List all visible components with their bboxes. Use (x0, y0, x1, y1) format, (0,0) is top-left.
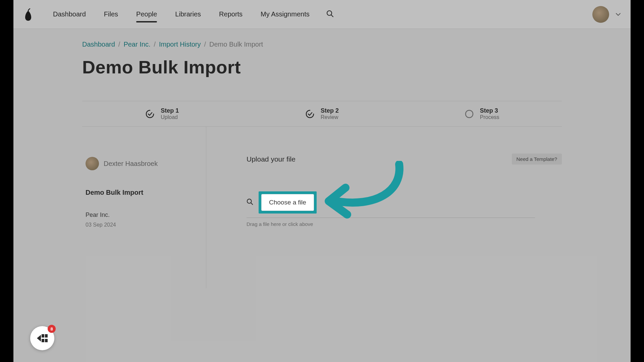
svg-rect-7 (42, 339, 44, 342)
app-viewport: Dashboard Files People Libraries Reports… (13, 0, 631, 362)
header-right (592, 6, 621, 23)
import-company: Pear Inc. (86, 212, 203, 219)
page-content: Dashboard / Pear Inc. / Import History /… (13, 29, 631, 288)
step-2-title: Step 2 (321, 107, 339, 114)
breadcrumb-dashboard[interactable]: Dashboard (82, 41, 115, 48)
step-1-title: Step 1 (161, 107, 179, 114)
step-2: Step 2 Review (242, 107, 402, 120)
svg-rect-5 (42, 334, 44, 338)
left-panel: Dexter Haasbroek Demo Bulk Import Pear I… (82, 127, 206, 288)
import-date: 03 Sep 2024 (86, 222, 203, 228)
chevron-down-icon[interactable] (616, 11, 621, 17)
breadcrumb-sep: / (154, 41, 156, 48)
help-widget[interactable]: 8 (30, 326, 54, 350)
breadcrumb-import-history[interactable]: Import History (159, 41, 201, 48)
upload-row[interactable]: Choose a file (247, 191, 535, 218)
svg-rect-8 (45, 339, 48, 342)
drag-hint: Drag a file here or click above (247, 221, 562, 227)
svg-line-1 (331, 15, 333, 17)
nav-reports[interactable]: Reports (219, 0, 243, 28)
pear-logo-icon[interactable] (23, 8, 33, 21)
main-nav: Dashboard Files People Libraries Reports… (53, 0, 310, 28)
breadcrumb-sep: / (118, 41, 120, 48)
nav-people[interactable]: People (136, 0, 157, 28)
choose-file-highlight: Choose a file (259, 191, 317, 214)
nav-dashboard[interactable]: Dashboard (53, 0, 86, 28)
owner-avatar (86, 157, 99, 170)
step-3: Step 3 Process (402, 107, 562, 120)
top-nav-header: Dashboard Files People Libraries Reports… (13, 0, 631, 29)
need-template-button[interactable]: Need a Template? (512, 154, 562, 165)
search-icon[interactable] (326, 10, 334, 19)
upload-header: Upload your file Need a Template? (247, 154, 562, 165)
page-title: Demo Bulk Import (82, 57, 562, 77)
letterbox-left (0, 0, 13, 362)
nav-files[interactable]: Files (104, 0, 118, 28)
import-owner: Dexter Haasbroek (86, 157, 203, 170)
breadcrumb-pear-inc[interactable]: Pear Inc. (123, 41, 150, 48)
user-avatar[interactable] (592, 6, 609, 23)
step-2-sub: Review (321, 114, 339, 120)
import-name: Demo Bulk Import (86, 189, 203, 196)
nav-my-assignments[interactable]: My Assignments (261, 0, 310, 28)
step-indicator: Step 1 Upload Step 2 Review (82, 101, 562, 127)
choose-file-button[interactable]: Choose a file (261, 194, 314, 211)
step-1-sub: Upload (161, 114, 179, 120)
svg-rect-6 (45, 334, 48, 338)
step-done-icon (305, 109, 315, 119)
step-3-sub: Process (480, 114, 499, 120)
step-1: Step 1 Upload (82, 107, 242, 120)
main-row: Dexter Haasbroek Demo Bulk Import Pear I… (82, 127, 562, 288)
svg-point-2 (466, 110, 473, 118)
breadcrumb: Dashboard / Pear Inc. / Import History /… (82, 41, 562, 48)
help-badge: 8 (48, 325, 56, 333)
step-done-icon (145, 109, 155, 119)
letterbox-right (631, 0, 644, 362)
step-3-title: Step 3 (480, 107, 499, 114)
owner-name: Dexter Haasbroek (104, 160, 158, 168)
search-icon (247, 198, 253, 206)
step-pending-icon (465, 109, 474, 119)
svg-line-4 (251, 203, 253, 204)
help-widget-icon (35, 331, 50, 346)
breadcrumb-sep: / (204, 41, 206, 48)
upload-title: Upload your file (247, 155, 296, 163)
right-panel: Upload your file Need a Template? Choose… (206, 127, 562, 288)
nav-libraries[interactable]: Libraries (175, 0, 201, 28)
breadcrumb-current: Demo Bulk Import (209, 41, 263, 48)
